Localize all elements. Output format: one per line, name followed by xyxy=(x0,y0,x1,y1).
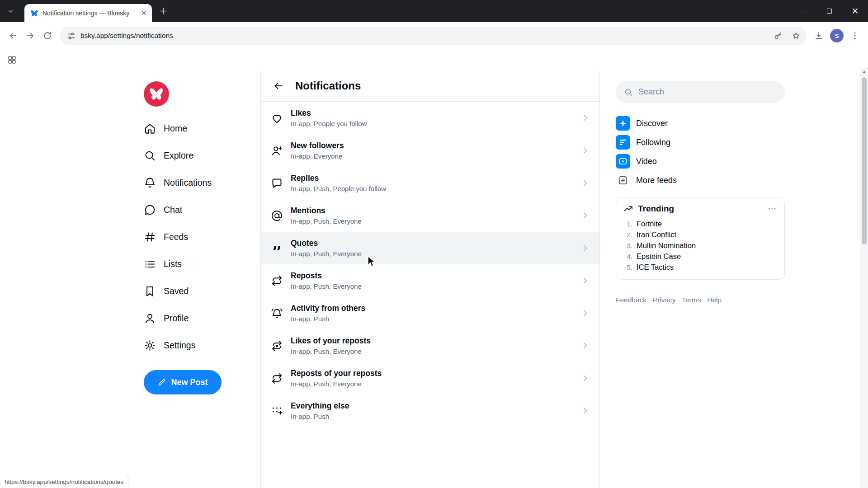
tab-title: Notification settings — Bluesky xyxy=(42,9,135,17)
sidebar-item-label: Saved xyxy=(164,286,189,296)
new-tab-button[interactable] xyxy=(158,6,169,16)
trending-card: Trending 1. Fortnite 2. Iran Conflict xyxy=(616,197,785,280)
sidebar-item-label: Lists xyxy=(164,259,182,269)
footer-link[interactable]: Help xyxy=(703,296,722,304)
sidebar-item[interactable]: Home xyxy=(144,115,260,142)
sidebar-item[interactable]: Saved xyxy=(144,277,260,305)
trending-item-rank: 5. xyxy=(623,263,632,271)
scrollbar-up-arrow[interactable]: ▲ xyxy=(860,68,868,75)
downloads-icon[interactable] xyxy=(810,27,827,44)
settings-row-subtitle: In-app, Push xyxy=(291,315,573,323)
password-key-icon[interactable] xyxy=(771,29,785,42)
settings-row-subtitle: In-app, People you follow xyxy=(291,120,573,127)
feed-link[interactable]: Discover xyxy=(616,114,785,133)
browser-reload-icon[interactable] xyxy=(39,27,56,44)
footer-link[interactable]: Terms xyxy=(678,296,701,304)
chevron-right-icon xyxy=(580,178,590,188)
settings-row-text: Reposts of your reposts In-app, Push, Ev… xyxy=(291,369,573,388)
sidebar-item[interactable]: Chat xyxy=(144,196,260,223)
trending-item[interactable]: 3. Mullin Nomination xyxy=(623,240,777,251)
sidebar-item-label: Notifications xyxy=(164,178,212,188)
notifications-settings-panel: Notifications Likes In-app, People you f… xyxy=(260,70,600,488)
trending-item-rank: 1. xyxy=(623,220,632,228)
settings-row-text: Reposts In-app, Push, Everyone xyxy=(291,271,573,290)
settings-row[interactable]: Replies In-app, Push, People you follow xyxy=(261,167,599,199)
trending-menu-icon[interactable] xyxy=(767,204,777,214)
search-box[interactable] xyxy=(616,81,785,103)
settings-row[interactable]: Likes In-app, People you follow xyxy=(261,102,599,134)
settings-row[interactable]: Mentions In-app, Push, Everyone xyxy=(261,199,599,232)
chevron-right-icon xyxy=(580,113,590,122)
feed-label: Following xyxy=(636,138,670,147)
sidebar-item[interactable]: Lists xyxy=(144,250,260,277)
settings-row[interactable]: Likes of your reposts In-app, Push, Ever… xyxy=(261,329,599,362)
settings-row-text: Replies In-app, Push, People you follow xyxy=(291,174,573,192)
more-feeds-link[interactable]: More feeds xyxy=(616,171,785,190)
tab-close-icon[interactable]: ✕ xyxy=(139,9,148,18)
sidebar-item[interactable]: Profile xyxy=(144,305,260,332)
settings-row-icon xyxy=(271,372,283,385)
trending-item[interactable]: 4. Epstein Case xyxy=(623,251,777,262)
settings-row[interactable]: Reposts of your reposts In-app, Push, Ev… xyxy=(261,362,599,394)
window-minimize-button[interactable] xyxy=(791,0,816,22)
window-maximize-button[interactable] xyxy=(816,0,842,22)
trending-up-icon xyxy=(623,204,633,214)
sidebar-item[interactable]: Settings xyxy=(144,332,260,359)
chevron-right-icon xyxy=(580,309,590,318)
sidebar-item-label: Explore xyxy=(164,150,193,161)
search-input[interactable] xyxy=(638,87,777,97)
bluesky-app: Home Explore Notifications Chat xyxy=(0,70,868,488)
settings-row-text: Likes In-app, People you follow xyxy=(291,108,573,127)
settings-row-text: New followers In-app, Everyone xyxy=(291,141,573,160)
tab-search-button[interactable] xyxy=(5,5,17,17)
sidebar-item[interactable]: Explore xyxy=(144,142,260,169)
page-title: Notifications xyxy=(295,80,361,92)
trending-item[interactable]: 5. ICE Tactics xyxy=(623,262,777,273)
trending-item-label: ICE Tactics xyxy=(637,263,674,272)
bookmark-star-icon[interactable] xyxy=(789,29,803,42)
apps-grid-icon[interactable] xyxy=(7,55,17,65)
new-post-label: New Post xyxy=(171,378,208,387)
settings-row[interactable]: New followers In-app, Everyone xyxy=(261,134,599,167)
settings-row[interactable]: Activity from others In-app, Push xyxy=(261,297,599,329)
browser-tab[interactable]: Notification settings — Bluesky ✕ xyxy=(24,4,152,22)
settings-row[interactable]: Reposts In-app, Push, Everyone xyxy=(261,264,599,297)
feed-avatar-icon xyxy=(616,116,630,131)
settings-row-subtitle: In-app, Everyone xyxy=(291,152,573,160)
settings-row-title: Replies xyxy=(291,174,573,183)
sidebar-item-label: Chat xyxy=(164,205,182,215)
browser-forward-icon[interactable] xyxy=(22,27,39,44)
trending-item[interactable]: 2. Iran Conflict xyxy=(623,229,777,240)
window-close-button[interactable]: ✕ xyxy=(842,0,868,22)
settings-row-title: Activity from others xyxy=(291,304,573,313)
browser-menu-icon[interactable] xyxy=(846,27,863,44)
sidebar-item[interactable]: Notifications xyxy=(144,169,260,196)
bluesky-logo[interactable] xyxy=(144,81,169,107)
settings-row[interactable]: Everything else In-app, Push xyxy=(261,394,599,427)
address-bar[interactable]: bsky.app/settings/notifications xyxy=(60,27,807,45)
trending-item[interactable]: 1. Fortnite xyxy=(623,218,777,229)
sidebar-item[interactable]: Feeds xyxy=(144,223,260,250)
feed-link[interactable]: Following xyxy=(616,133,785,152)
page-scrollbar[interactable]: ▲ xyxy=(860,68,868,488)
footer-link[interactable]: Feedback xyxy=(616,296,646,304)
panel-header: Notifications xyxy=(261,70,599,102)
settings-row-subtitle: In-app, Push, Everyone xyxy=(291,250,573,258)
scrollbar-thumb[interactable] xyxy=(862,77,867,244)
settings-row[interactable]: Quotes In-app, Push, Everyone xyxy=(261,232,599,264)
browser-profile-avatar[interactable]: S xyxy=(830,29,844,42)
footer-link[interactable]: Privacy xyxy=(648,296,675,304)
settings-row-title: Quotes xyxy=(291,239,573,248)
chevron-right-icon xyxy=(580,146,590,155)
new-post-button[interactable]: New Post xyxy=(144,370,222,394)
trending-title: Trending xyxy=(638,204,674,214)
sidebar-item-label: Profile xyxy=(164,313,189,324)
sidebar-item-label: Settings xyxy=(164,340,195,351)
trending-item-label: Mullin Nomination xyxy=(637,241,696,250)
feed-link[interactable]: Video xyxy=(616,152,785,171)
browser-toolbar: bsky.app/settings/notifications S xyxy=(0,22,868,49)
browser-back-icon[interactable] xyxy=(5,27,22,44)
site-info-icon[interactable] xyxy=(66,31,76,41)
back-arrow-icon[interactable] xyxy=(271,78,286,94)
chevron-right-icon xyxy=(580,211,590,220)
